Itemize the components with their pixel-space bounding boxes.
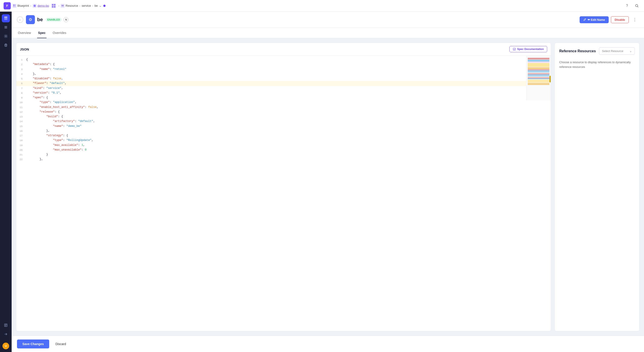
reference-resources-panel: Reference Resources Select Resource ⌄ Ch… (554, 43, 640, 331)
user-avatar[interactable]: U (2, 343, 9, 349)
editor-panel: JSON Spec Documentation 1 { 2 (16, 43, 551, 331)
code-line-12: 12 "release": { (16, 110, 551, 114)
help-button[interactable]: ? (624, 2, 630, 9)
blueprint-icon (12, 4, 16, 8)
tab-overrides[interactable]: Overrides (52, 28, 67, 38)
breadcrumb-item-blueprint[interactable]: Blueprint (12, 4, 29, 8)
more-options-button[interactable]: ⋮ (631, 16, 639, 23)
code-line-14: 14 "artifactory": "default", (16, 119, 551, 124)
resource-header: ← ⚙ be ENABLED N ✏ Edit Name Disable ⋮ (12, 12, 644, 28)
tab-overview[interactable]: Overview (17, 28, 32, 38)
svg-rect-9 (4, 17, 8, 17)
sidebar-item-settings[interactable] (2, 32, 10, 40)
bottom-bar: Save Changes Discard (12, 336, 644, 352)
minimap-content (526, 56, 551, 87)
search-button[interactable] (633, 2, 640, 9)
select-resource-label: Select Resource (602, 49, 623, 53)
code-line-17: 17 "strategy": { (16, 133, 551, 138)
status-badge: ENABLED (46, 18, 62, 22)
resource-icon: ⚙ (26, 15, 35, 24)
sidebar-item-trash[interactable] (2, 41, 10, 49)
code-line-3: 3 "name": "retool" (16, 67, 551, 72)
save-changes-button[interactable]: Save Changes (17, 340, 49, 349)
svg-rect-2 (14, 6, 14, 7)
code-line-13: 13 "build": { (16, 114, 551, 119)
code-line-5: 5 "disabled": false, (16, 76, 551, 81)
code-line-7: 7 "kind": "service", (16, 86, 551, 91)
sidebar-item-layers[interactable] (2, 14, 10, 22)
resource-label: Resource (66, 4, 78, 7)
discard-button[interactable]: Discard (52, 340, 70, 349)
demo-bp-label: demo-bp (38, 4, 49, 7)
be-label: be (94, 4, 98, 7)
code-line-8: 8 "version": "0.1", (16, 91, 551, 95)
minimap (526, 56, 551, 100)
breadcrumb-item-resource[interactable]: Resource (60, 4, 78, 8)
blueprint-label: Blueprint (18, 4, 29, 7)
breadcrumb-item-demo-bp[interactable]: demo-bp (33, 4, 49, 8)
sidebar-item-list[interactable] (2, 23, 10, 31)
svg-rect-14 (4, 28, 7, 28)
demo-bp-icon (33, 4, 37, 8)
chevron-down-icon: ⌄ (630, 49, 632, 53)
svg-rect-13 (4, 27, 7, 27)
select-resource-dropdown[interactable]: Select Resource ⌄ (599, 47, 635, 55)
breadcrumb-item-be[interactable]: be ⌄ (94, 4, 102, 7)
scrollbar-top[interactable] (550, 76, 551, 82)
content-area: ← ⚙ be ENABLED N ✏ Edit Name Disable ⋮ O… (12, 12, 644, 352)
app-logo: F (4, 2, 11, 9)
n-badge: N (64, 17, 68, 22)
editor-toolbar: JSON Spec Documentation (16, 43, 551, 56)
tabs-bar: Overview Spec Overrides (12, 28, 644, 38)
main-panel: JSON Spec Documentation 1 { 2 (12, 38, 644, 336)
ref-title: Reference Resources (559, 49, 596, 53)
svg-rect-6 (62, 6, 64, 6)
svg-point-15 (5, 36, 6, 37)
svg-rect-5 (62, 5, 64, 5)
back-button[interactable]: ← (17, 16, 23, 23)
code-line-4: 4 }, (16, 72, 551, 76)
breadcrumb-sep-2: › (58, 4, 59, 7)
disable-button[interactable]: Disable (611, 16, 629, 23)
breadcrumb-dot (103, 5, 106, 7)
code-line-1: 1 { (16, 57, 551, 62)
grid-icon[interactable] (51, 3, 56, 8)
breadcrumb: Blueprint › demo-bp › Resource › service… (12, 3, 622, 8)
code-line-18: 18 "type": "RollingUpdate", (16, 138, 551, 143)
chevron-down-icon[interactable]: ⌄ (99, 4, 102, 7)
code-line-10: 10 "type": "application", (16, 100, 551, 105)
main-layout: U ← ⚙ be ENABLED N ✏ Edit Name Disable ⋮… (0, 12, 644, 352)
tab-spec[interactable]: Spec (37, 28, 46, 38)
code-line-19: 19 "max_available": 1, (16, 143, 551, 148)
sidebar-item-book[interactable] (2, 321, 10, 329)
svg-point-4 (34, 5, 36, 7)
breadcrumb-item-service[interactable]: service (82, 4, 91, 7)
edit-name-button[interactable]: ✏ Edit Name (580, 16, 609, 23)
code-line-2: 2 "metadata": { (16, 62, 551, 67)
svg-rect-12 (4, 26, 7, 26)
service-label: service (82, 4, 91, 7)
ref-header: Reference Resources Select Resource ⌄ (559, 47, 635, 55)
svg-line-8 (638, 6, 638, 7)
svg-rect-3 (15, 6, 16, 7)
svg-rect-10 (4, 18, 8, 19)
code-line-22: 22 }, (16, 157, 551, 162)
svg-rect-11 (4, 19, 8, 20)
code-line-21: 21 } (16, 152, 551, 157)
breadcrumb-sep-1: › (30, 4, 31, 7)
svg-rect-1 (15, 5, 16, 5)
sidebar-item-arrow[interactable] (2, 330, 10, 338)
top-bar: F Blueprint › demo-bp › Resource (0, 0, 644, 12)
code-line-16: 16 }, (16, 129, 551, 133)
header-actions: ✏ Edit Name Disable ⋮ (580, 16, 639, 23)
resource-name: be (37, 17, 43, 22)
breadcrumb-sep-4: › (92, 4, 93, 7)
spec-doc-button[interactable]: Spec Documentation (510, 46, 547, 52)
svg-rect-0 (14, 5, 14, 5)
left-sidebar: U (0, 12, 12, 352)
top-bar-actions: ? (624, 2, 640, 9)
editor-title: JSON (20, 47, 29, 51)
code-editor[interactable]: 1 { 2 "metadata": { 3 "name": "retool" (16, 56, 551, 331)
breadcrumb-sep-3: › (80, 4, 80, 7)
code-line-20: 20 "max_unavailable": 0 (16, 148, 551, 152)
